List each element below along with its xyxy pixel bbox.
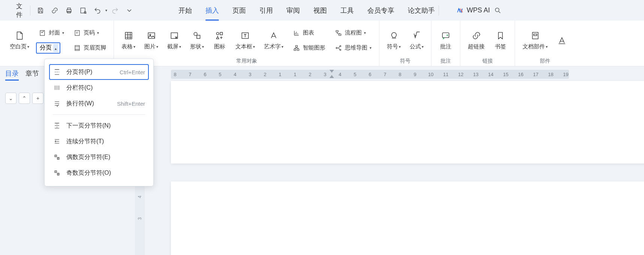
line-break-icon — [53, 99, 61, 108]
split-page-button[interactable]: 分页 ▴ — [36, 42, 60, 54]
tab-view[interactable]: 视图 — [313, 0, 327, 21]
svg-rect-7 — [75, 30, 79, 35]
horizontal-ruler[interactable]: 8 7 6 5 4 3 2 1 1 2 3 4 5 6 7 8 9 10 11 … — [171, 70, 569, 79]
save-icon — [37, 7, 44, 14]
svg-point-25 — [340, 49, 341, 50]
blank-page-icon — [14, 30, 25, 41]
textbox-icon — [240, 30, 250, 41]
chevron-down-icon: ▾ — [422, 45, 424, 49]
group-comment-label: 批注 — [440, 58, 451, 64]
smartart-button[interactable]: 智能图形 — [290, 42, 328, 54]
wordart-button[interactable]: 艺术字▾ — [262, 29, 286, 52]
document-area: 4 3 8 7 6 5 4 3 2 1 1 2 3 4 5 6 7 8 9 10… — [135, 67, 644, 255]
svg-rect-28 — [533, 34, 537, 36]
chart-icon — [292, 29, 301, 37]
file-menu-button[interactable]: 文件 — [4, 4, 26, 17]
chevron-down-icon: ▾ — [364, 31, 366, 35]
wordart-icon — [268, 30, 279, 41]
group-common-label: 常用对象 — [236, 58, 257, 64]
link-button[interactable] — [48, 4, 61, 17]
dd-page-break[interactable]: 分页符(P) Ctrl+Enter — [49, 64, 149, 80]
save-button[interactable] — [34, 4, 47, 17]
header-footer-icon — [73, 44, 81, 52]
svg-text:1: 1 — [55, 170, 56, 172]
section-even-icon: 24 — [53, 153, 61, 161]
link-icon — [51, 7, 58, 14]
more-parts-button[interactable] — [554, 34, 569, 47]
symbol-button[interactable]: 符号▾ — [385, 29, 403, 52]
chevron-down-icon: ▾ — [202, 45, 204, 49]
preview-button[interactable] — [77, 4, 90, 17]
tab-review[interactable]: 审阅 — [286, 0, 300, 21]
dd-even-page-section[interactable]: 24 偶数页分节符(E) — [49, 149, 149, 165]
mindmap-button[interactable]: 思维导图▾ — [332, 42, 374, 54]
hamburger-icon — [7, 7, 14, 14]
header-footer-button[interactable]: 页眉页脚 — [71, 42, 108, 54]
page-number-button[interactable]: 页码▾ — [71, 27, 108, 39]
flowchart-button[interactable]: 流程图▾ — [332, 27, 374, 39]
search-icon — [494, 7, 502, 14]
picture-icon — [146, 30, 157, 41]
side-tab-toc[interactable]: 目录 — [5, 69, 19, 81]
screenshot-button[interactable]: 截屏▾ — [165, 29, 183, 52]
print-icon — [65, 7, 73, 14]
svg-rect-14 — [196, 35, 200, 39]
wps-ai-label: WPS AI — [467, 6, 490, 14]
symbol-icon — [389, 30, 399, 41]
svg-rect-21 — [336, 30, 338, 32]
tab-tools[interactable]: 工具 — [340, 0, 354, 21]
shape-button[interactable]: 形状▾ — [188, 29, 206, 52]
tab-insert[interactable]: 插入 — [205, 0, 219, 21]
equation-icon — [412, 30, 422, 41]
chevron-down-icon: ▾ — [546, 45, 548, 49]
print-button[interactable] — [63, 4, 75, 17]
undo-dropdown[interactable]: ▾ — [105, 8, 107, 12]
comment-button[interactable]: 批注 — [437, 29, 455, 52]
wps-ai-button[interactable]: WPS AI — [456, 6, 490, 14]
svg-rect-3 — [81, 8, 85, 13]
dd-line-break[interactable]: 换行符(W) Shift+Enter — [49, 96, 149, 111]
document-page[interactable] — [171, 182, 644, 255]
tab-start[interactable]: 开始 — [178, 0, 192, 21]
chevron-up-icon: ⌃ — [22, 95, 27, 101]
hyperlink-button[interactable]: 超链接 — [466, 29, 487, 52]
side-expand-button[interactable]: ⌃ — [19, 93, 30, 104]
indent-marker[interactable] — [329, 70, 334, 81]
page-number-icon — [73, 29, 81, 37]
menu-tabs: 开始 插入 页面 引用 审阅 视图 工具 会员专享 论文助手 — [178, 0, 435, 21]
svg-rect-22 — [339, 34, 341, 35]
cover-button[interactable]: 封面▾ — [36, 27, 66, 39]
tab-page[interactable]: 页面 — [232, 0, 246, 21]
tab-thesis[interactable]: 论文助手 — [408, 0, 435, 21]
tab-reference[interactable]: 引用 — [259, 0, 273, 21]
side-add-button[interactable]: + — [32, 93, 43, 104]
tab-vip[interactable]: 会员专享 — [367, 0, 394, 21]
dd-column-break[interactable]: 分栏符(C) — [49, 80, 149, 96]
redo-icon — [111, 7, 119, 14]
side-collapse-button[interactable]: ⌄ — [5, 93, 16, 104]
document-page[interactable] — [171, 81, 644, 164]
equation-button[interactable]: 公式▾ — [407, 29, 426, 52]
dd-odd-page-section[interactable]: 13 奇数页分节符(O) — [49, 165, 149, 181]
dd-next-page-section[interactable]: 下一页分节符(N) — [49, 118, 149, 134]
textbox-button[interactable]: 文本框▾ — [233, 29, 257, 52]
icon-button[interactable]: 图标 — [211, 29, 229, 52]
chart-button[interactable]: 图表 — [290, 27, 328, 39]
blank-page-button[interactable]: 空白页▾ — [7, 29, 31, 52]
redo-button[interactable] — [109, 4, 121, 17]
docparts-button[interactable]: 文档部件▾ — [520, 29, 550, 52]
split-page-dropdown-toggle[interactable]: ▴ — [53, 44, 58, 52]
table-button[interactable]: 表格▾ — [119, 29, 138, 52]
svg-text:4: 4 — [58, 157, 59, 159]
search-button[interactable] — [491, 4, 504, 17]
undo-button[interactable] — [91, 4, 104, 17]
dd-continuous-section[interactable]: 连续分节符(T) — [49, 134, 149, 149]
bookmark-button[interactable]: 书签 — [491, 29, 509, 52]
picture-button[interactable]: 图片▾ — [142, 29, 160, 52]
svg-rect-10 — [148, 33, 154, 38]
chevron-down-icon: ▾ — [62, 31, 64, 35]
more-button[interactable] — [123, 4, 136, 17]
side-tab-chapter[interactable]: 章节 — [25, 69, 39, 81]
svg-rect-9 — [125, 32, 132, 39]
svg-rect-8 — [75, 45, 79, 50]
